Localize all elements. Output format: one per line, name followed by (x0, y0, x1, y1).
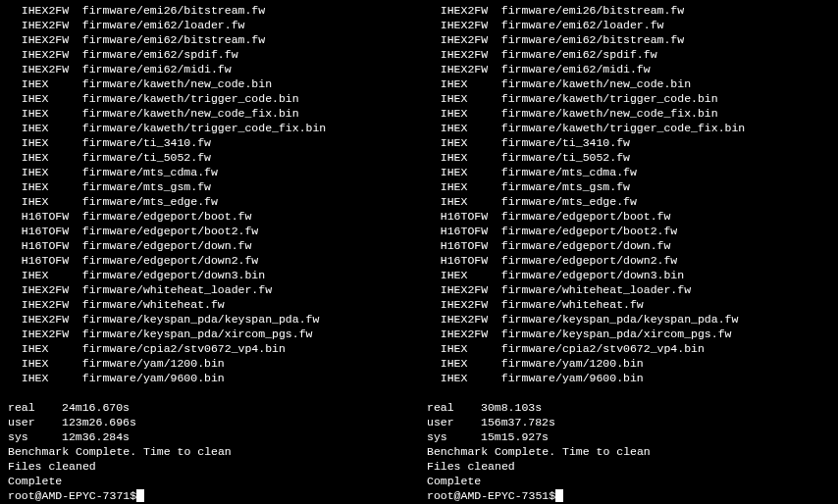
timing-line-user: user123m26.696s (8, 415, 411, 429)
output-line: IHEXfirmware/ti_5052.fw (8, 150, 411, 165)
build-tag: IHEX2FW (22, 18, 82, 32)
build-path: firmware/mts_gsm.fw (82, 180, 211, 193)
build-path: firmware/keyspan_pda/xircom_pgs.fw (501, 328, 732, 340)
build-tag: H16TOFW (22, 238, 82, 253)
build-path: firmware/mts_gsm.fw (501, 180, 630, 193)
timing-label: real (8, 400, 62, 415)
output-line: IHEXfirmware/kaweth/new_code.bin (427, 76, 830, 91)
timing-label: user (427, 415, 481, 429)
output-line: IHEXfirmware/kaweth/new_code_fix.bin (8, 106, 411, 121)
output-line: IHEXfirmware/yam/9600.bin (427, 371, 830, 385)
output-line: H16TOFWfirmware/edgeport/down2.fw (8, 253, 411, 268)
build-tag: H16TOFW (22, 224, 82, 238)
build-path: firmware/yam/1200.bin (501, 357, 644, 370)
build-tag: IHEX2FW (22, 62, 82, 76)
output-line: H16TOFWfirmware/edgeport/boot.fw (427, 209, 830, 224)
timing-label: sys (427, 429, 481, 444)
prompt-line[interactable]: root@AMD-EPYC-7371$ (8, 488, 411, 503)
build-path: firmware/whiteheat_loader.fw (82, 283, 272, 296)
build-path: firmware/kaweth/new_code.bin (82, 77, 272, 90)
output-line: IHEX2FWfirmware/keyspan_pda/xircom_pgs.f… (8, 327, 411, 341)
timing-value: 123m26.696s (62, 416, 136, 428)
build-path: firmware/mts_cdma.fw (501, 166, 637, 178)
build-path: firmware/whiteheat.fw (82, 298, 225, 311)
output-line: IHEX2FWfirmware/whiteheat_loader.fw (427, 282, 830, 297)
build-tag: IHEX (22, 179, 82, 194)
timing-label: sys (8, 429, 62, 444)
shell-prompt: root@AMD-EPYC-7351$ (427, 489, 555, 502)
terminal-pane-right[interactable]: IHEX2FWfirmware/emi26/bitstream.fw IHEX2… (419, 0, 838, 504)
build-path: firmware/kaweth/new_code_fix.bin (501, 107, 718, 120)
build-tag: IHEX (441, 76, 501, 91)
build-tag: IHEX (22, 121, 82, 135)
output-line: IHEXfirmware/yam/9600.bin (8, 371, 411, 385)
build-tag: IHEX2FW (441, 32, 501, 47)
build-tag: IHEX2FW (441, 297, 501, 312)
output-line: H16TOFWfirmware/edgeport/boot2.fw (8, 224, 411, 238)
build-tag: IHEX (441, 150, 501, 165)
timing-value: 24m16.670s (62, 401, 130, 414)
output-line: IHEX2FWfirmware/whiteheat.fw (427, 297, 830, 312)
build-path: firmware/edgeport/boot2.fw (82, 225, 258, 237)
build-tag: IHEX (441, 135, 501, 150)
build-path: firmware/ti_3410.fw (501, 136, 630, 149)
output-line: IHEXfirmware/kaweth/trigger_code.bin (427, 91, 830, 106)
build-tag: IHEX (441, 121, 501, 135)
build-path: firmware/edgeport/boot2.fw (501, 225, 677, 237)
build-tag: IHEX2FW (22, 297, 82, 312)
build-path: firmware/emi26/bitstream.fw (501, 4, 684, 17)
build-tag: IHEX (22, 135, 82, 150)
build-tag: IHEX (441, 268, 501, 282)
build-path: firmware/kaweth/trigger_code.bin (82, 92, 299, 105)
build-tag: IHEX (441, 165, 501, 179)
output-line: IHEX2FWfirmware/emi62/loader.fw (427, 18, 830, 32)
output-line: IHEXfirmware/yam/1200.bin (8, 356, 411, 371)
timing-line-sys: sys12m36.284s (8, 429, 411, 444)
build-path: firmware/edgeport/down2.fw (82, 254, 258, 267)
build-tag: IHEX (441, 91, 501, 106)
build-path: firmware/emi62/spdif.fw (501, 48, 657, 61)
build-tag: IHEX (441, 341, 501, 356)
timing-value: 30m8.103s (481, 401, 542, 414)
build-path: firmware/yam/9600.bin (501, 372, 644, 384)
output-line: H16TOFWfirmware/edgeport/down2.fw (427, 253, 830, 268)
build-tag: H16TOFW (441, 253, 501, 268)
build-path: firmware/emi62/midi.fw (82, 63, 232, 76)
output-line: IHEXfirmware/kaweth/trigger_code.bin (8, 91, 411, 106)
build-tag: IHEX (22, 356, 82, 371)
terminal-pane-left[interactable]: IHEX2FWfirmware/emi26/bitstream.fw IHEX2… (0, 0, 419, 504)
build-tag: H16TOFW (441, 224, 501, 238)
output-line: IHEX2FWfirmware/whiteheat.fw (8, 297, 411, 312)
build-tag: IHEX (441, 179, 501, 194)
output-line: IHEXfirmware/ti_3410.fw (8, 135, 411, 150)
build-path: firmware/emi62/spdif.fw (82, 48, 238, 61)
build-tag: IHEX2FW (22, 282, 82, 297)
cursor-icon (136, 489, 144, 502)
output-line: IHEX2FWfirmware/keyspan_pda/keyspan_pda.… (8, 312, 411, 327)
build-path: firmware/whiteheat.fw (501, 298, 644, 311)
complete-message: Complete (427, 474, 830, 488)
output-line: IHEX2FWfirmware/emi62/midi.fw (8, 62, 411, 76)
build-path: firmware/yam/9600.bin (82, 372, 225, 384)
timing-label: real (427, 400, 481, 415)
build-tag: IHEX2FW (441, 327, 501, 341)
build-tag: IHEX2FW (22, 327, 82, 341)
blank-line (427, 385, 830, 400)
output-line: IHEXfirmware/ti_5052.fw (427, 150, 830, 165)
output-line: IHEX2FWfirmware/emi26/bitstream.fw (8, 3, 411, 18)
build-path: firmware/kaweth/new_code_fix.bin (82, 107, 299, 120)
build-path: firmware/emi62/bitstream.fw (501, 33, 684, 46)
build-path: firmware/edgeport/down.fw (82, 239, 252, 252)
output-line: IHEX2FWfirmware/emi62/spdif.fw (8, 47, 411, 62)
build-path: firmware/emi62/bitstream.fw (82, 33, 265, 46)
output-line: IHEX2FWfirmware/emi62/midi.fw (427, 62, 830, 76)
output-line: IHEX2FWfirmware/whiteheat_loader.fw (8, 282, 411, 297)
build-tag: IHEX2FW (22, 32, 82, 47)
shell-prompt: root@AMD-EPYC-7371$ (8, 489, 136, 502)
build-tag: IHEX2FW (441, 282, 501, 297)
timing-value: 156m37.782s (481, 416, 555, 428)
build-tag: IHEX2FW (22, 3, 82, 18)
complete-message: Complete (8, 474, 411, 488)
build-tag: IHEX (22, 76, 82, 91)
prompt-line[interactable]: root@AMD-EPYC-7351$ (427, 488, 830, 503)
